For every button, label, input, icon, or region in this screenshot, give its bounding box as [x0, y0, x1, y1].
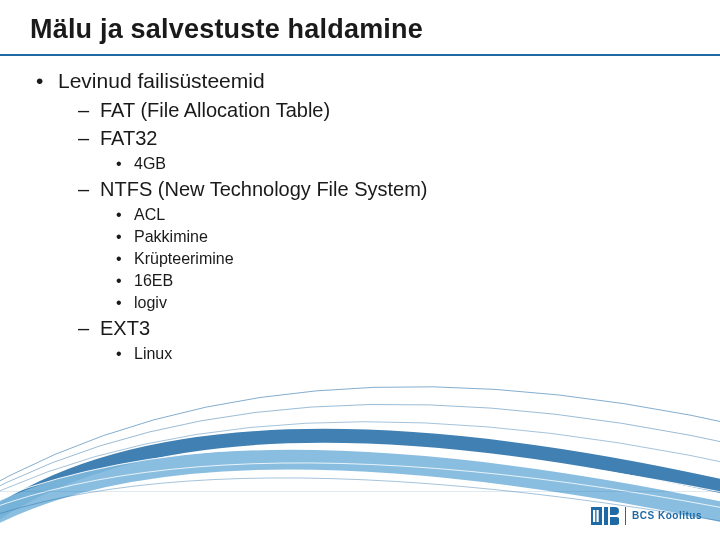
logo-text: BCS Koolitus: [625, 507, 702, 525]
logo-mark-icon: [591, 504, 619, 528]
bullet-l2-fat: FAT (File Allocation Table): [100, 98, 676, 123]
footer-rule: [0, 491, 720, 492]
bullet-l1-text: Levinud failisüsteemid: [58, 69, 265, 92]
bullet-l3-4gb: 4GB: [134, 154, 676, 174]
bullet-l3-pakkimine: Pakkimine: [134, 227, 676, 247]
bullet-l3-linux: Linux: [134, 344, 676, 364]
bullet-l2-fat32: FAT32 4GB: [100, 126, 676, 174]
bullet-l3-acl: ACL: [134, 205, 676, 225]
bullet-l2-ntfs-text: NTFS (New Technology File System): [100, 178, 428, 200]
slide-title: Mälu ja salvestuste haldamine: [30, 14, 423, 45]
slide: Mälu ja salvestuste haldamine Levinud fa…: [0, 0, 720, 540]
logo: BCS Koolitus: [591, 504, 702, 528]
bullet-l2-ext3-text: EXT3: [100, 317, 150, 339]
bullet-l3-krupteerimine: Krüpteerimine: [134, 249, 676, 269]
title-underline: [0, 54, 720, 56]
bullet-l1: Levinud failisüsteemid FAT (File Allocat…: [58, 68, 676, 364]
slide-content: Levinud failisüsteemid FAT (File Allocat…: [36, 68, 676, 368]
svg-rect-3: [597, 510, 599, 522]
bullet-l2-ntfs: NTFS (New Technology File System) ACL Pa…: [100, 177, 676, 313]
bullet-l3-16eb: 16EB: [134, 271, 676, 291]
svg-rect-1: [604, 507, 608, 525]
bullet-l3-logiv: logiv: [134, 293, 676, 313]
svg-rect-2: [593, 510, 595, 522]
bullet-l2-fat32-text: FAT32: [100, 127, 157, 149]
bullet-l2-ext3: EXT3 Linux: [100, 316, 676, 364]
